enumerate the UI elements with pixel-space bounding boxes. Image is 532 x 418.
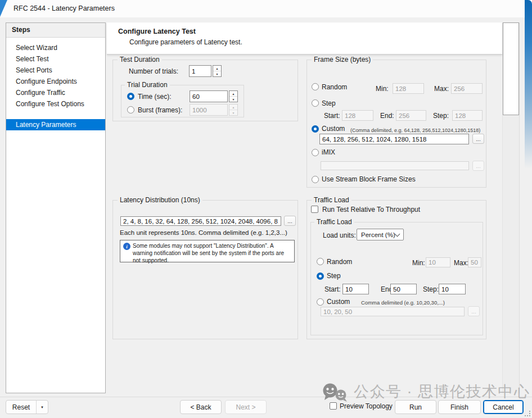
- frame-start-label: Start:: [324, 112, 340, 120]
- title-bar: RFC 2544 - Latency Parameters: [0, 0, 532, 17]
- latency-distribution-group-label: Latency Distribution (10ns): [118, 196, 202, 205]
- cancel-button[interactable]: Cancel: [483, 400, 524, 414]
- frame-max-label: Max:: [434, 85, 449, 93]
- frame-min-input: [393, 83, 424, 94]
- test-duration-group: Test Duration Number of trials: Trial Du…: [112, 60, 298, 121]
- number-of-trials-spinner[interactable]: [189, 65, 222, 77]
- load-end-input[interactable]: [390, 284, 417, 294]
- frame-size-group-label: Frame Size (bytes): [312, 56, 373, 64]
- scrollbar-thumb[interactable]: [503, 22, 519, 115]
- load-start-input[interactable]: [342, 284, 369, 294]
- reset-button[interactable]: Reset: [6, 401, 36, 414]
- spin-down-icon[interactable]: [213, 71, 221, 76]
- load-max-input: [468, 257, 481, 267]
- burst-label: Burst (frames):: [138, 106, 182, 114]
- step-configure-traffic[interactable]: Configure Traffic: [6, 87, 105, 98]
- latency-info-box: Some modules may not support "Latency Di…: [120, 240, 295, 262]
- frame-end-input: [396, 110, 426, 121]
- load-random-label: Random: [327, 258, 352, 266]
- number-of-trials-input[interactable]: [189, 65, 211, 77]
- run-button[interactable]: Run: [395, 400, 436, 414]
- load-min-input: [426, 257, 450, 267]
- preview-topology-checkbox[interactable]: [330, 402, 337, 410]
- page-title: Configure Latency Test: [118, 28, 196, 35]
- spinner-buttons[interactable]: [213, 65, 222, 77]
- load-custom-radio[interactable]: [317, 298, 324, 306]
- load-custom-label: Custom: [327, 298, 350, 306]
- frame-random-label: Random: [322, 83, 347, 91]
- reset-dropdown-icon[interactable]: [36, 401, 48, 414]
- load-units-dropdown[interactable]: Percent (%): [357, 229, 404, 240]
- traffic-load-group: Traffic Load Run Test Relative To Throug…: [306, 200, 486, 339]
- time-spinner[interactable]: [190, 90, 238, 102]
- time-label: Time (sec):: [138, 93, 172, 101]
- spinner-buttons: [229, 104, 238, 116]
- finish-button[interactable]: Finish: [438, 400, 481, 414]
- chevron-down-icon: [395, 231, 400, 237]
- frame-custom-browse-button[interactable]: ...: [472, 134, 484, 144]
- step-select-test[interactable]: Select Test: [6, 53, 105, 65]
- back-button[interactable]: < Back: [180, 400, 222, 414]
- frame-imix-browse-button: ...: [472, 161, 484, 171]
- spinner-buttons[interactable]: [229, 90, 238, 102]
- latency-info-text: Some modules may not support "Latency Di…: [133, 242, 292, 264]
- burst-spinner: [190, 104, 238, 116]
- frame-imix-radio[interactable]: [312, 149, 319, 156]
- next-button: Next >: [225, 400, 267, 414]
- load-custom-hint: Comma delimited (e.g. 10,20,30,...): [361, 299, 445, 307]
- frame-custom-radio[interactable]: [312, 125, 319, 133]
- burst-input: [190, 104, 228, 116]
- load-min-label: Min:: [412, 259, 425, 267]
- frame-stepsize-label: Step:: [433, 112, 449, 120]
- frame-imix-label: iMIX: [322, 148, 335, 156]
- frame-step-radio[interactable]: [312, 99, 319, 107]
- spin-down-icon[interactable]: [229, 96, 237, 102]
- info-icon: [123, 243, 130, 250]
- load-custom-input: [321, 307, 465, 316]
- step-latency-parameters[interactable]: Latency Parameters: [6, 119, 105, 130]
- steps-panel: Steps Select Wizard Select Test Select P…: [6, 22, 106, 393]
- rfc2544-wizard-window: RFC 2544 - Latency Parameters Steps Sele…: [0, 0, 532, 418]
- step-select-wizard[interactable]: Select Wizard: [6, 42, 105, 53]
- frame-end-label: End:: [380, 112, 394, 120]
- load-random-radio[interactable]: [317, 258, 324, 265]
- frame-custom-input[interactable]: [319, 134, 469, 144]
- burst-radio[interactable]: [127, 106, 134, 113]
- frame-custom-hint: (Comma delimited, e.g. 64,128, 256,512,1…: [350, 126, 480, 134]
- time-input[interactable]: [190, 90, 228, 102]
- load-stepsize-input[interactable]: [439, 284, 466, 294]
- page-subtitle: Configure parameters of Latency test.: [129, 38, 242, 46]
- step-configure-endpoints[interactable]: Configure Endpoints: [6, 76, 105, 87]
- frame-random-radio[interactable]: [312, 83, 319, 90]
- reset-split-button[interactable]: Reset: [6, 400, 48, 414]
- frame-min-label: Min:: [376, 85, 389, 93]
- load-units-value: Percent (%): [361, 231, 395, 238]
- time-radio[interactable]: [127, 93, 134, 100]
- relative-throughput-checkbox[interactable]: [311, 206, 318, 213]
- step-configure-test-options[interactable]: Configure Test Options: [6, 98, 105, 110]
- spin-down-icon: [229, 110, 237, 115]
- latency-distribution-input[interactable]: [120, 216, 281, 226]
- spin-up-icon[interactable]: [229, 91, 237, 96]
- test-duration-group-label: Test Duration: [118, 56, 162, 64]
- steps-header: Steps: [6, 23, 105, 38]
- load-step-label: Step: [327, 272, 341, 280]
- vertical-scrollbar[interactable]: [502, 22, 519, 393]
- frame-custom-label: Custom: [322, 125, 345, 133]
- content-header: Configure Latency Test Configure paramet…: [107, 22, 502, 54]
- resize-grip[interactable]: [525, 411, 530, 416]
- frame-start-input: [342, 110, 373, 121]
- relative-throughput-label: Run Test Relative To Throughput: [322, 206, 420, 213]
- spin-up-icon[interactable]: [213, 66, 221, 71]
- frame-stepsize-input: [452, 110, 483, 121]
- step-select-ports[interactable]: Select Ports: [6, 65, 105, 76]
- latency-distribution-hint: Each unit represents 10ns. Comma delimit…: [120, 229, 287, 237]
- trial-duration-group-label: Trial Duration: [125, 81, 170, 89]
- traffic-load-group-label: Traffic Load: [312, 196, 351, 205]
- latency-distribution-group: Latency Distribution (10ns) ... Each uni…: [112, 200, 298, 339]
- footer-divider: [0, 397, 532, 397]
- frame-size-group: Frame Size (bytes) Random Min: Max: Step…: [306, 60, 486, 188]
- load-step-radio[interactable]: [317, 272, 324, 280]
- latency-distribution-browse-button[interactable]: ...: [284, 216, 296, 226]
- frame-streamblock-radio[interactable]: [312, 176, 319, 183]
